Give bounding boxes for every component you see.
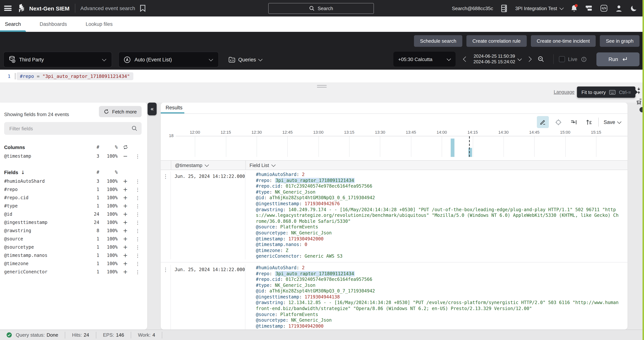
filter-fields-input[interactable] [8,125,132,132]
crosshair-icon[interactable] [552,116,564,128]
wrap-text-icon[interactable] [568,116,580,128]
field-value[interactable]: 017c239240574e978ec6164fea957566 [286,183,372,189]
field-value[interactable]: 1719304942000 [288,324,324,329]
edit-pencil-icon[interactable] [537,116,549,128]
field-menu-icon[interactable]: ⋮ [133,269,142,275]
field-value[interactable]: 3pi_auto_raptor_1718091121434 [275,178,355,183]
notifications-bell-icon[interactable] [571,5,577,12]
tab-lookup-files[interactable]: Lookup files [81,16,118,32]
field-menu-icon[interactable]: ⋮ [133,203,142,209]
create-correlation-rule-button[interactable]: Create correlation rule [466,35,526,47]
field-value[interactable]: NK_Generic_Json [291,318,332,323]
field-menu-icon[interactable]: ⋮ [133,261,142,266]
timeline-plot[interactable]: 12:0012:1512:3012:4513:0013:1513:3013:45… [176,136,628,157]
field-value[interactable]: Generic AWS S3 [304,254,342,259]
field-value[interactable]: 3pi_auto_raptor_1718091121434 [275,271,355,276]
field-value[interactable]: 12.134.12.85 - - [16/May/2024:14:34:28 +… [256,300,618,311]
global-search-button[interactable]: Search [268,3,374,14]
add-column-button[interactable]: + [118,227,133,234]
feedback-chat-icon[interactable] [585,5,592,11]
remove-column-button[interactable]: − [118,153,133,160]
event-menu-icon[interactable]: ⋮ [161,171,171,260]
add-column-button[interactable]: + [118,244,133,251]
add-column-button[interactable]: + [118,178,133,185]
collapse-sidebar-button[interactable]: « [148,103,156,115]
sync-columns-icon[interactable] [118,145,133,150]
field-menu-icon[interactable]: ⋮ [133,244,142,250]
query-text[interactable]: #repo = "3pi_auto_raptor_1718091121434" [16,72,133,80]
field-value[interactable]: Z [286,248,288,253]
field-value[interactable]: 1719304942676 [304,201,340,206]
query-editor[interactable]: 1 #repo = "3pi_auto_raptor_1718091121434… [0,70,644,82]
tab-dashboards[interactable]: Dashboards [35,16,72,32]
field-menu-icon[interactable]: ⋮ [133,187,142,192]
api-code-icon[interactable] [600,4,608,12]
queries-menu[interactable]: Queries [228,56,262,63]
field-menu-icon[interactable]: ⋮ [133,211,142,217]
field-value[interactable]: 2 [302,172,304,177]
data-connector-icon[interactable] [501,4,507,12]
field-menu-icon[interactable]: ⋮ [133,195,142,201]
field-name: @source [4,236,83,242]
time-forward-button[interactable] [524,57,534,61]
field-menu-icon[interactable]: ⋮ [133,236,142,242]
dark-mode-moon-icon[interactable] [630,5,637,12]
field-value[interactable]: aTh6jKo28Zspt4htGM30NpQ3_0_7_1719304942 [269,289,375,294]
field-value[interactable]: 1719304944138 [304,294,340,300]
fit-to-query-icon[interactable] [636,87,642,94]
field-menu-icon[interactable]: ⋮ [133,253,142,258]
field-menu-icon[interactable]: ⋮ [133,178,142,184]
field-value[interactable]: 2 [302,265,304,270]
create-one-time-incident-button[interactable]: Create one-time incident [531,35,596,47]
info-icon[interactable] [581,56,587,62]
fetch-more-button[interactable]: Fetch more [99,106,142,117]
resize-drag-handle[interactable] [317,85,327,89]
timestamp-column-header[interactable]: @timestamp [171,161,246,170]
format-broom-icon[interactable] [636,98,642,105]
field-value[interactable]: 017c239240574e978ec6164fea957566 [286,277,372,282]
add-column-button[interactable]: + [118,203,133,209]
event-menu-icon[interactable]: ⋮ [161,265,171,330]
add-column-button[interactable]: + [118,260,133,267]
language-link[interactable]: Language [554,89,574,95]
field-menu-icon[interactable]: ⋮ [133,228,142,234]
run-button[interactable]: Run [596,52,640,66]
field-value[interactable]: PlatformEvents [280,225,318,230]
field-value[interactable]: NK_Generic_Json [291,230,332,236]
sort-descending-icon[interactable]: ↓ [21,169,25,175]
repository-selector[interactable]: Third Party [3,52,112,67]
field-menu-icon[interactable]: ⋮ [133,220,142,225]
org-selector[interactable]: 3PI Integration Test [515,5,563,11]
add-column-button[interactable]: + [118,236,133,242]
add-column-button[interactable]: + [118,211,133,218]
time-back-button[interactable] [461,57,470,61]
field-menu-icon[interactable]: ⋮ [133,153,142,159]
add-column-button[interactable]: + [118,269,133,275]
zoom-out-time-icon[interactable] [538,56,544,62]
see-in-graph-button[interactable]: See in graph [600,35,640,47]
field-value[interactable]: 140.249.79.174 - - [16/May/2024:14:34:28… [256,207,618,224]
user-profile-icon[interactable] [616,5,622,12]
field-value[interactable]: 0 [304,242,307,247]
time-range-selector[interactable]: 2024-06-25 11:50:39 2024-06-25 15:24:02 [474,53,521,65]
live-checkbox[interactable] [559,56,565,62]
field-value[interactable]: PlatformEvents [280,312,318,317]
schedule-search-button[interactable]: Schedule search [414,35,462,47]
sort-ascending-icon[interactable] [583,116,595,128]
field-value[interactable]: 1719304942000 [288,236,324,241]
field-value[interactable]: NK_Generic_Json [275,189,316,195]
add-column-button[interactable]: + [118,186,133,193]
field-value[interactable]: NK_Generic_Json [275,283,316,288]
field-list-column-header[interactable]: Field List [246,161,628,170]
add-column-button[interactable]: + [118,194,133,201]
view-mode-selector[interactable]: Auto (Event List) [118,52,219,67]
add-column-button[interactable]: + [118,252,133,259]
field-value[interactable]: aTh6jKo28Zspt4htGM30NpQ3_0_6_1719304942 [269,195,375,201]
hamburger-menu-icon[interactable] [4,5,12,11]
save-dropdown[interactable]: Save [602,119,622,125]
tab-search[interactable]: Search [0,16,26,32]
bookmark-icon[interactable] [140,5,146,12]
timezone-selector[interactable]: +05:30 Calcutta [393,52,456,67]
add-column-button[interactable]: + [118,219,133,226]
tab-results[interactable]: Results [166,105,182,110]
